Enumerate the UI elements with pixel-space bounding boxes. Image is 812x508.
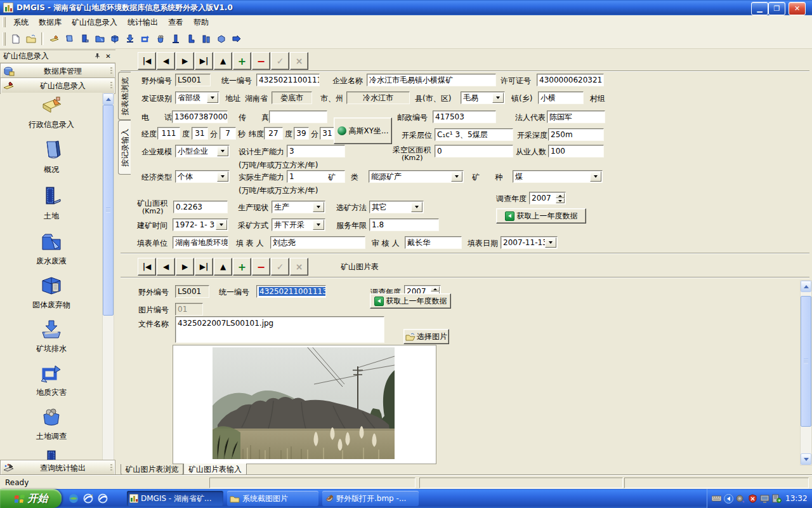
dropdown-arrow-icon[interactable]: [451, 171, 462, 182]
twin-towers-icon[interactable]: [199, 32, 213, 46]
sidebar-scrollbar[interactable]: [102, 93, 114, 508]
tab-record-entry[interactable]: 按记录输入: [118, 120, 131, 175]
fax-input[interactable]: [269, 110, 327, 123]
menu-help[interactable]: 帮助: [188, 16, 214, 29]
nav-delete-button[interactable]: −: [252, 52, 270, 70]
legal-rep-input[interactable]: 陈国军: [547, 110, 605, 123]
dropdown-arrow-icon[interactable]: [313, 220, 324, 230]
enterprise-scale-select[interactable]: 小型企业: [175, 145, 230, 157]
workers-input[interactable]: 100: [548, 145, 604, 157]
volume-tray-icon[interactable]: [735, 493, 745, 504]
dropdown-arrow-icon[interactable]: [217, 146, 228, 156]
city-input[interactable]: 娄底市: [272, 91, 312, 104]
restore-button[interactable]: ❐: [768, 2, 785, 15]
dropdown-arrow-icon[interactable]: [216, 220, 227, 230]
group-query-statistics[interactable]: 查询统计输出: [1, 460, 115, 476]
pic-nav-insert-button[interactable]: +: [233, 258, 251, 276]
update-tray-icon[interactable]: [771, 493, 782, 504]
mine-class-select[interactable]: 能源矿产: [369, 170, 464, 183]
sidebar-item-geohazard[interactable]: 地质灾害: [4, 363, 99, 397]
pic-nav-refresh-button[interactable]: ▲: [214, 258, 232, 276]
task-paint-bmp[interactable]: 野外版打开.bmp -...: [322, 491, 419, 506]
open-folder-icon[interactable]: [24, 32, 38, 46]
task-dmgis[interactable]: DMGIS - 湖南省矿...: [127, 491, 223, 506]
pic-get-previous-year-button[interactable]: 获取上一年度数据: [370, 293, 451, 309]
nav-first-button[interactable]: |◀: [138, 52, 156, 70]
minimize-button[interactable]: ▁: [751, 2, 768, 15]
menu-view[interactable]: 查看: [163, 16, 188, 29]
phone-input[interactable]: 13607387000: [172, 110, 228, 123]
sidebar-item-land[interactable]: 土地: [4, 185, 99, 220]
filler-input[interactable]: 刘志尧: [270, 236, 365, 249]
start-button[interactable]: 开始: [0, 489, 62, 508]
splitter[interactable]: [115, 50, 118, 475]
cert-level-select[interactable]: 省部级: [175, 91, 219, 104]
sidebar-item-overview[interactable]: 概况: [4, 139, 99, 174]
hydro-building-icon[interactable]: [169, 32, 183, 46]
lat-deg-input[interactable]: 27: [264, 127, 283, 140]
pic-no-input[interactable]: 01: [175, 303, 203, 316]
tab-table-browse[interactable]: 按表格浏览: [118, 72, 131, 120]
pic-nav-delete-button[interactable]: −: [252, 258, 270, 276]
dropdown-arrow-icon[interactable]: [313, 202, 324, 212]
exit-arrow-icon[interactable]: [230, 32, 244, 46]
design-capacity-input[interactable]: 3: [287, 145, 345, 157]
pic-unified-input[interactable]: 43250211001113: [256, 285, 326, 298]
new-file-icon[interactable]: [9, 32, 23, 46]
nav-post-button[interactable]: ✓: [271, 52, 289, 70]
nav-prev-button[interactable]: ◀: [157, 52, 175, 70]
pic-nav-first-button[interactable]: |◀: [138, 258, 156, 276]
mining-method-select[interactable]: 井下开采: [272, 218, 325, 231]
pic-nav-cancel-button[interactable]: ×: [290, 258, 308, 276]
license-input[interactable]: 4300000620321: [537, 74, 604, 86]
dropdown-arrow-icon[interactable]: [590, 171, 601, 182]
mining-depth-input[interactable]: 250m: [548, 128, 604, 141]
pic-field-no-input[interactable]: LS001: [175, 285, 209, 298]
mine-kind-select[interactable]: 煤: [513, 170, 603, 183]
scroll-thumb[interactable]: [801, 296, 811, 427]
dropdown-arrow-icon[interactable]: [217, 171, 228, 182]
menu-system[interactable]: 系统: [8, 16, 34, 29]
lon-deg-input[interactable]: 111: [157, 127, 180, 140]
build-time-select[interactable]: 1972- 1- 3: [173, 218, 228, 231]
file-name-input[interactable]: 4325022007LS00101.jpg: [175, 316, 384, 343]
lat-sec-input[interactable]: 31: [320, 127, 335, 140]
quicklaunch-ie-icon[interactable]: [82, 492, 95, 505]
sidebar-item-solid-waste[interactable]: 固体废弃物: [4, 276, 99, 309]
antivirus-shield-icon[interactable]: [747, 493, 757, 504]
county-select[interactable]: 毛易: [461, 91, 505, 104]
goaf-area-input[interactable]: 0: [435, 145, 513, 157]
pic-nav-prev-button[interactable]: ◀: [157, 258, 175, 276]
menu-database[interactable]: 数据库: [34, 16, 67, 29]
dropdown-arrow-icon[interactable]: [492, 93, 504, 103]
land-building-icon[interactable]: [77, 32, 91, 46]
group-database-management[interactable]: 数据库管理: [1, 64, 115, 79]
dropdown-arrow-icon[interactable]: [207, 93, 218, 103]
fill-unit-input[interactable]: 湖南省地质环境: [173, 236, 228, 249]
pic-nav-last-button[interactable]: ▶|: [195, 258, 213, 276]
menu-mine-info-entry[interactable]: 矿山信息录入: [67, 16, 122, 29]
nav-insert-button[interactable]: +: [233, 52, 251, 70]
prefecture-input[interactable]: 冷水江市: [346, 91, 410, 104]
enterprise-input[interactable]: 冷水江市毛易镇小横煤矿: [367, 74, 496, 86]
tab-picture-browse[interactable]: 矿山图片表浏览: [121, 464, 183, 475]
tab-picture-entry[interactable]: 矿山图片表输入: [183, 464, 247, 476]
mine-area-input[interactable]: 0.2263: [173, 201, 228, 213]
admin-edit-icon[interactable]: [47, 32, 61, 46]
economy-type-select[interactable]: 个体: [175, 170, 230, 183]
survey-bucket-icon[interactable]: [154, 32, 167, 46]
group-mine-info-entry[interactable]: 矿山信息录入: [1, 78, 115, 93]
scroll-down-button[interactable]: [801, 453, 811, 465]
solidwaste-box-icon[interactable]: [108, 32, 122, 46]
nav-next-button[interactable]: ▶: [176, 52, 194, 70]
quicklaunch-desktop-icon[interactable]: [67, 492, 80, 505]
storage-box-icon[interactable]: [214, 32, 228, 46]
get-previous-year-button[interactable]: 获取上一年度数据: [496, 208, 586, 224]
sidebar-item-land-survey[interactable]: 土地调查: [4, 407, 99, 441]
lat-min-input[interactable]: 39: [294, 127, 309, 140]
close-button[interactable]: ✕: [789, 2, 806, 15]
lon-sec-input[interactable]: 7: [219, 127, 236, 140]
production-status-select[interactable]: 生产: [272, 201, 325, 213]
sidebar-item-wastewater[interactable]: 废水废液: [4, 232, 99, 265]
field-no-input[interactable]: LS001: [175, 74, 211, 86]
